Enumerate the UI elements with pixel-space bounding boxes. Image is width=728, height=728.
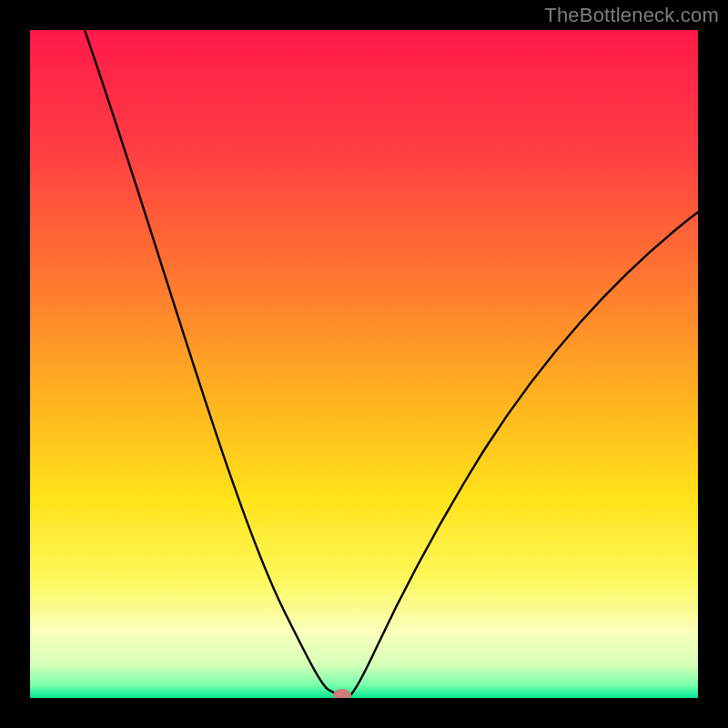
chart-frame: TheBottleneck.com — [0, 0, 728, 728]
plot-area — [30, 30, 698, 698]
gradient-background — [30, 30, 698, 698]
watermark-label: TheBottleneck.com — [544, 4, 719, 27]
bottleneck-chart — [30, 30, 698, 698]
